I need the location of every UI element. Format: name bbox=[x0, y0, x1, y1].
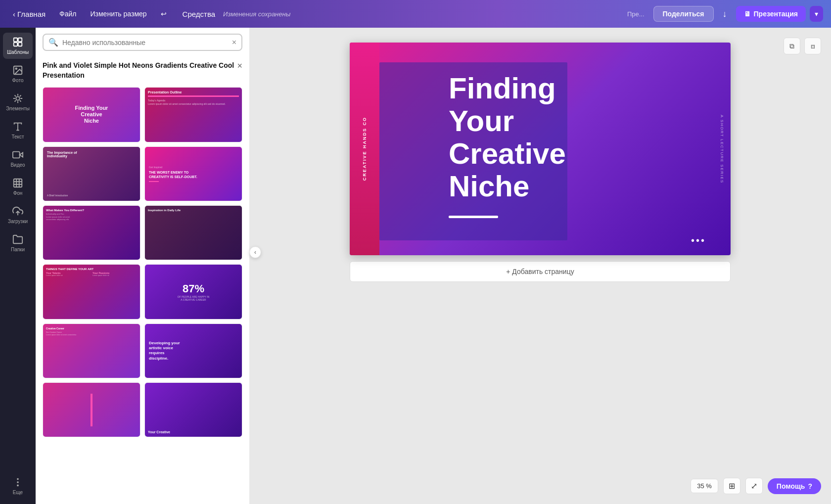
video-icon bbox=[12, 149, 23, 160]
nav-status-label: Изменения сохранены bbox=[223, 10, 290, 18]
nav-download-btn[interactable]: ↓ bbox=[718, 6, 732, 22]
canvas-duplicate-btn[interactable]: ⧈ bbox=[804, 38, 821, 54]
search-input[interactable] bbox=[62, 39, 228, 46]
copy-icon: ⧉ bbox=[789, 42, 794, 50]
search-bar: 🔍 × bbox=[36, 28, 249, 57]
svg-point-14 bbox=[17, 482, 18, 483]
sidebar-item-background[interactable]: Фон bbox=[3, 174, 33, 200]
template-thumb-5[interactable]: What Makes You Different? Individuality … bbox=[43, 205, 140, 260]
nav-resize-btn[interactable]: Изменить размер bbox=[86, 7, 152, 21]
nav-tools-label: Средства bbox=[176, 7, 222, 21]
template-panel: 🔍 × Pink and Violet Simple Hot Neons Gra… bbox=[36, 28, 249, 504]
back-icon: ↩ bbox=[161, 10, 167, 18]
bottom-toolbar: 35 % ⊞ ⤢ Помощь ? bbox=[691, 478, 821, 494]
slide-right-bar: A Short Lecture Series bbox=[713, 43, 731, 255]
slide-preview-9: Creative Career Non Creative CareerLorem… bbox=[43, 324, 140, 378]
add-page-btn[interactable]: + Добавить страницу bbox=[350, 261, 731, 282]
template-thumb-9[interactable]: Creative Career Non Creative CareerLorem… bbox=[43, 323, 140, 378]
panel-title: Pink and Violet Simple Hot Neons Gradien… bbox=[43, 61, 237, 80]
template-row-4: THINGS THAT DEFINE YOUR ART Your Talents… bbox=[43, 264, 242, 319]
slide-left-bar-text: CREATIVE HANDS CO bbox=[362, 117, 367, 181]
text-icon bbox=[12, 121, 23, 132]
slide-preview-7: THINGS THAT DEFINE YOUR ART Your Talents… bbox=[43, 265, 140, 319]
template-thumb-10[interactable]: Developing yourartistic voicerequiresdis… bbox=[144, 323, 242, 378]
sidebar-item-more[interactable]: Еще bbox=[3, 473, 33, 499]
more-icon bbox=[12, 477, 23, 488]
panel-header: Pink and Violet Simple Hot Neons Gradien… bbox=[36, 57, 249, 85]
navbar: ‹ Главная Файл Изменить размер ↩ Средств… bbox=[0, 0, 831, 28]
slide-preview-8: 87% OF PEOPLE ARE HAPPY INA CREATIVE CAR… bbox=[145, 265, 242, 319]
monitor-icon: 🖥 bbox=[744, 10, 751, 18]
nav-presentation-btn[interactable]: 🖥 Презентация bbox=[736, 6, 806, 22]
search-icon: 🔍 bbox=[48, 38, 58, 47]
slide-preview-11 bbox=[43, 383, 140, 437]
template-thumb-2[interactable]: Presentation Outline Today's AgendaLorem… bbox=[144, 87, 242, 142]
grid-view-btn[interactable]: ⊞ bbox=[723, 478, 740, 494]
photos-icon bbox=[12, 65, 23, 76]
svg-point-13 bbox=[17, 479, 18, 480]
template-thumb-1[interactable]: Finding YourCreativeNiche bbox=[43, 87, 140, 142]
template-row-1: Finding YourCreativeNiche Presentation O… bbox=[43, 87, 242, 142]
hide-panel-btn[interactable]: ‹ bbox=[249, 246, 261, 258]
svg-rect-0 bbox=[14, 38, 17, 42]
slide-preview-10: Developing yourartistic voicerequiresdis… bbox=[145, 324, 242, 378]
slide-preview-6: Inspiration in Daily Life bbox=[145, 206, 242, 260]
template-thumb-4[interactable]: Get Inspired THE WORST ENEMY TOCREATIVIT… bbox=[144, 146, 242, 201]
sidebar-item-text[interactable]: Текст bbox=[3, 117, 33, 143]
nav-share-btn[interactable]: Поделиться bbox=[653, 6, 714, 22]
fullscreen-icon: ⤢ bbox=[751, 482, 757, 490]
template-thumb-12[interactable]: Your Creative bbox=[144, 382, 242, 437]
nav-right: Пре... Поделиться ↓ 🖥 Презентация ▾ bbox=[622, 6, 823, 22]
nav-middle: Средства Изменения сохранены bbox=[176, 7, 291, 21]
svg-rect-2 bbox=[14, 43, 17, 46]
duplicate-icon: ⧈ bbox=[811, 42, 815, 50]
sidebar-item-photos[interactable]: Фото bbox=[3, 61, 33, 87]
slide-left-bar: CREATIVE HANDS CO bbox=[350, 43, 379, 255]
template-thumb-11[interactable] bbox=[43, 382, 140, 437]
nav-home-btn[interactable]: ‹ Главная bbox=[8, 7, 50, 21]
template-thumb-8[interactable]: 87% OF PEOPLE ARE HAPPY INA CREATIVE CAR… bbox=[144, 264, 242, 319]
slide-dots: ••• bbox=[691, 235, 706, 246]
svg-rect-10 bbox=[13, 152, 20, 158]
slide-underline bbox=[449, 216, 498, 218]
template-row-6: Your Creative bbox=[43, 382, 242, 437]
sidebar-item-folders[interactable]: Папки bbox=[3, 230, 33, 256]
background-icon bbox=[12, 178, 23, 188]
folders-icon bbox=[12, 234, 23, 245]
nav-back-btn[interactable]: ↩ bbox=[156, 7, 172, 21]
chevron-left-icon: ‹ bbox=[13, 10, 15, 18]
canvas-area: ⧉ ⧈ CREATIVE HANDS CO Finding Your Creat… bbox=[249, 28, 831, 504]
help-icon: ? bbox=[808, 482, 812, 490]
template-row-5: Creative Career Non Creative CareerLorem… bbox=[43, 323, 242, 378]
svg-rect-3 bbox=[18, 43, 22, 46]
slide-preview-wrapper: CREATIVE HANDS CO Finding Your Creative … bbox=[350, 43, 731, 282]
zoom-level-btn[interactable]: 35 % bbox=[691, 479, 718, 493]
download-icon: ↓ bbox=[723, 9, 727, 19]
slide-right-bar-text: A Short Lecture Series bbox=[720, 115, 724, 183]
sidebar-item-templates[interactable]: Шаблоны bbox=[3, 33, 33, 59]
search-clear-btn[interactable]: × bbox=[232, 38, 236, 47]
svg-point-5 bbox=[15, 68, 17, 69]
search-wrapper: 🔍 × bbox=[43, 34, 242, 51]
template-thumb-6[interactable]: Inspiration in Daily Life bbox=[144, 205, 242, 260]
grid-icon: ⊞ bbox=[729, 482, 735, 490]
nav-file-btn[interactable]: Файл bbox=[54, 7, 81, 21]
canvas-tools: ⧉ ⧈ bbox=[784, 38, 821, 54]
nav-present-btn[interactable]: Пре... bbox=[622, 7, 649, 21]
svg-rect-1 bbox=[18, 38, 22, 42]
chevron-down-icon: ▾ bbox=[815, 10, 818, 18]
slide-preview-main[interactable]: CREATIVE HANDS CO Finding Your Creative … bbox=[350, 43, 731, 255]
sidebar-item-uploads[interactable]: Загрузки bbox=[3, 202, 33, 228]
fullscreen-btn[interactable]: ⤢ bbox=[745, 478, 763, 494]
panel-close-btn[interactable]: × bbox=[237, 61, 242, 71]
templates-icon bbox=[12, 37, 23, 47]
template-thumb-3[interactable]: The Importance ofIndividuality A Brief I… bbox=[43, 146, 140, 201]
help-btn[interactable]: Помощь ? bbox=[768, 478, 821, 494]
canvas-copy-btn[interactable]: ⧉ bbox=[784, 38, 800, 54]
sidebar-item-elements[interactable]: Элементы bbox=[3, 89, 33, 115]
slide-preview-1: Finding YourCreativeNiche bbox=[43, 88, 140, 141]
sidebar-item-video[interactable]: Видео bbox=[3, 145, 33, 172]
template-thumb-7[interactable]: THINGS THAT DEFINE YOUR ART Your Talents… bbox=[43, 264, 140, 319]
nav-presentation-dropdown[interactable]: ▾ bbox=[810, 6, 823, 22]
main-layout: Шаблоны Фото Элементы Текст bbox=[0, 28, 831, 504]
